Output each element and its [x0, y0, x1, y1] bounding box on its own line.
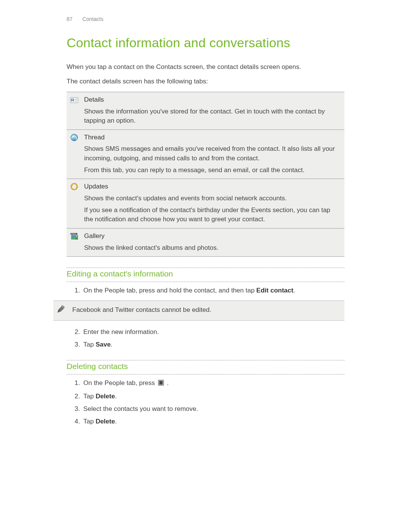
- tab-desc: If you see a notification of the contact…: [84, 206, 341, 224]
- svg-rect-13: [74, 233, 75, 234]
- intro-paragraph: When you tap a contact on the Contacts s…: [67, 62, 344, 72]
- tab-title: Updates: [84, 182, 341, 192]
- list-item: On the People tab, press and hold the co…: [82, 286, 344, 296]
- page-title: Contact information and conversations: [67, 34, 344, 52]
- note-text: Facebook and Twitter contacts cannot be …: [72, 306, 211, 313]
- svg-rect-14: [75, 233, 76, 234]
- details-card-icon: [70, 99, 79, 106]
- refresh-circle-icon: [70, 185, 79, 193]
- tab-title: Thread: [84, 133, 341, 142]
- list-item: Select the contacts you want to remove.: [82, 404, 344, 414]
- list-item: Tap Save.: [82, 340, 344, 350]
- tabs-table: Details Shows the information you've sto…: [67, 92, 344, 257]
- tab-row-updates: Updates Shows the contact's updates and …: [67, 179, 344, 228]
- svg-rect-12: [73, 233, 74, 234]
- editing-steps-cont: Enter the new information. Tap Save.: [67, 328, 344, 349]
- tab-title: Details: [84, 95, 341, 105]
- note-box: Facebook and Twitter contacts cannot be …: [53, 300, 344, 321]
- page-header: 87 Contacts: [67, 15, 344, 23]
- tab-desc: Shows the contact's updates and events f…: [84, 194, 341, 203]
- svg-rect-10: [71, 233, 72, 234]
- tab-row-gallery: Gallery Shows the linked contact's album…: [67, 228, 344, 256]
- tab-row-thread: Thread Shows SMS messages and emails you…: [67, 129, 344, 179]
- svg-rect-11: [72, 233, 73, 234]
- tab-desc: From this tab, you can reply to a messag…: [84, 166, 341, 175]
- list-item: Tap Delete.: [82, 417, 344, 427]
- subheading-editing: Editing a contact's information: [67, 267, 344, 282]
- section-name: Contacts: [82, 16, 103, 22]
- list-item: Tap Delete.: [82, 392, 344, 401]
- page-number: 87: [67, 16, 73, 22]
- list-item: Enter the new information.: [82, 328, 344, 337]
- list-item: On the People tab, press .: [82, 379, 344, 389]
- tab-desc: Shows SMS messages and emails you've rec…: [84, 144, 341, 163]
- subheading-deleting: Deleting contacts: [67, 360, 344, 374]
- editing-steps: On the People tab, press and hold the co…: [67, 286, 344, 296]
- deleting-steps: On the People tab, press . Tap Delete. S…: [67, 379, 344, 427]
- pen-icon: [56, 305, 65, 317]
- globe-swirl-icon: [70, 136, 79, 144]
- intro-paragraph: The contact details screen has the follo…: [67, 77, 344, 86]
- tab-desc: Shows the information you've stored for …: [84, 107, 341, 126]
- tab-desc: Shows the linked contact's albums and ph…: [84, 243, 341, 253]
- tab-title: Gallery: [84, 232, 341, 241]
- menu-icon: [158, 379, 164, 389]
- film-photo-icon: [70, 235, 79, 242]
- svg-point-2: [72, 99, 73, 100]
- tab-row-details: Details Shows the information you've sto…: [67, 92, 344, 129]
- svg-point-18: [76, 235, 77, 236]
